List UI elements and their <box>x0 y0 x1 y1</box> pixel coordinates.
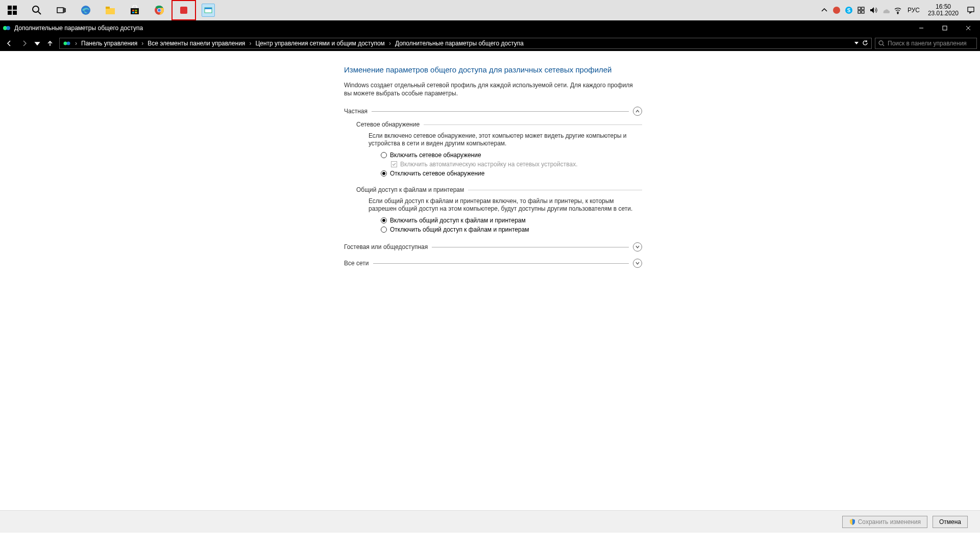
clock-date: 23.01.2020 <box>928 10 959 17</box>
breadcrumb-item[interactable]: Дополнительные параметры общего доступа <box>395 40 524 47</box>
discovery-options: Включить сетевое обнаружение Включить ав… <box>381 152 642 177</box>
fileshare-options: Включить общий доступ к файлам и принтер… <box>381 217 642 233</box>
radio-discovery-on[interactable]: Включить сетевое обнаружение <box>381 152 642 159</box>
taskbar-clock[interactable]: 16:50 23.01.2020 <box>925 4 962 17</box>
skype-icon[interactable]: S <box>844 6 853 15</box>
nav-up-button[interactable] <box>44 37 56 49</box>
edge-icon[interactable] <box>74 0 98 20</box>
save-button[interactable]: Сохранить изменения <box>842 516 927 528</box>
breadcrumb-item[interactable]: Панель управления <box>81 40 137 47</box>
volume-icon[interactable] <box>869 6 878 15</box>
checkbox-discovery-auto[interactable]: Включить автоматическую настройку на сет… <box>391 161 642 168</box>
search-box[interactable]: Поиск в панели управления <box>875 38 977 49</box>
nav-forward-button[interactable] <box>18 37 31 49</box>
window-title: Дополнительные параметры общего доступа <box>14 24 143 32</box>
svg-point-31 <box>897 13 898 14</box>
maximize-button[interactable] <box>933 20 957 36</box>
explorer-icon[interactable] <box>98 0 122 20</box>
close-button[interactable] <box>957 20 980 36</box>
wifi-icon[interactable] <box>893 6 902 15</box>
chrome-icon[interactable] <box>147 0 172 20</box>
nav-back-button[interactable] <box>3 37 15 49</box>
action-center-icon[interactable] <box>965 6 977 15</box>
svg-marker-30 <box>870 7 874 13</box>
taskview-icon[interactable] <box>49 0 74 20</box>
profile-all-header[interactable]: Все сети <box>344 259 642 268</box>
svg-rect-20 <box>180 7 187 14</box>
nav-recent-button[interactable] <box>34 37 41 49</box>
svg-rect-28 <box>858 11 861 13</box>
radio-fileshare-off[interactable]: Отключить общий доступ к файлам и принте… <box>381 226 642 233</box>
svg-rect-32 <box>968 7 974 12</box>
app1-icon[interactable] <box>172 0 196 20</box>
profile-all-label: Все сети <box>344 260 369 267</box>
radio-fileshare-on[interactable]: Включить общий доступ к файлам и принтер… <box>381 217 642 224</box>
profile-guest-header[interactable]: Гостевая или общедоступная <box>344 242 642 252</box>
svg-rect-2 <box>8 11 12 15</box>
radio-label: Включить общий доступ к файлам и принтер… <box>390 217 526 224</box>
taskbar-left <box>0 0 220 20</box>
svg-rect-15 <box>132 12 134 13</box>
cancel-button[interactable]: Отмена <box>933 516 968 528</box>
divider <box>372 111 629 112</box>
window-icon <box>2 23 11 33</box>
svg-rect-29 <box>862 11 864 13</box>
minimize-button[interactable] <box>910 20 933 36</box>
chevron-right-icon: › <box>247 40 253 47</box>
address-bar[interactable]: › Панель управления › Все элементы панел… <box>59 38 872 49</box>
window-buttons <box>910 20 980 36</box>
store-icon[interactable] <box>122 0 147 20</box>
start-button[interactable] <box>0 0 24 20</box>
svg-point-41 <box>64 42 67 45</box>
address-dropdown-button[interactable] <box>854 40 859 47</box>
svg-rect-13 <box>132 10 134 11</box>
svg-rect-1 <box>13 6 17 10</box>
profile-private-header[interactable]: Частная <box>344 107 642 116</box>
svg-rect-14 <box>135 10 137 11</box>
search-icon <box>878 40 885 46</box>
breadcrumb-item[interactable]: Центр управления сетями и общим доступом <box>255 40 385 47</box>
onedrive-icon[interactable] <box>881 6 890 15</box>
chevron-right-icon: › <box>73 40 79 47</box>
svg-line-45 <box>883 44 884 46</box>
svg-text:S: S <box>847 8 851 13</box>
search-placeholder: Поиск в панели управления <box>888 40 967 47</box>
svg-rect-3 <box>13 11 17 15</box>
refresh-button[interactable] <box>862 40 868 47</box>
checkbox-label: Включить автоматическую настройку на сет… <box>400 161 578 168</box>
footer-bar: Сохранить изменения Отмена <box>0 510 980 533</box>
chevron-down-icon <box>633 259 642 268</box>
fileshare-desc: Если общий доступ к файлам и принтерам в… <box>369 197 642 213</box>
tray-chevron-icon[interactable] <box>820 6 829 15</box>
security-icon[interactable] <box>856 6 866 15</box>
breadcrumb-item[interactable]: Все элементы панели управления <box>148 40 245 47</box>
uac-shield-icon <box>849 518 856 525</box>
svg-rect-16 <box>135 12 137 13</box>
svg-point-34 <box>6 26 10 30</box>
page-intro: Windows создает отдельный сетевой профил… <box>344 81 642 97</box>
divider <box>424 124 642 125</box>
svg-rect-10 <box>106 8 115 14</box>
profile-private-label: Частная <box>344 108 368 115</box>
divider <box>432 247 629 247</box>
language-indicator[interactable]: РУС <box>905 7 922 14</box>
divider <box>373 263 629 264</box>
profile-guest-label: Гостевая или общедоступная <box>344 243 428 251</box>
svg-point-19 <box>158 9 161 12</box>
section-discovery-label: Сетевое обнаружение <box>356 121 420 128</box>
control-panel-taskbar-icon[interactable] <box>196 0 220 20</box>
radio-icon <box>381 217 387 223</box>
control-panel-icon <box>63 39 71 47</box>
svg-point-42 <box>67 42 70 45</box>
svg-marker-43 <box>854 42 859 44</box>
save-button-label: Сохранить изменения <box>858 518 921 525</box>
svg-rect-22 <box>205 8 212 9</box>
svg-rect-6 <box>57 8 63 13</box>
tray-app-icon[interactable] <box>832 6 841 15</box>
search-taskbar-icon[interactable] <box>24 0 49 20</box>
radio-discovery-off[interactable]: Отключить сетевое обнаружение <box>381 170 642 177</box>
chevron-up-icon <box>633 107 642 116</box>
content: Изменение параметров общего доступа для … <box>344 51 642 268</box>
svg-rect-12 <box>131 8 139 14</box>
window-titlebar: Дополнительные параметры общего доступа <box>0 20 980 36</box>
